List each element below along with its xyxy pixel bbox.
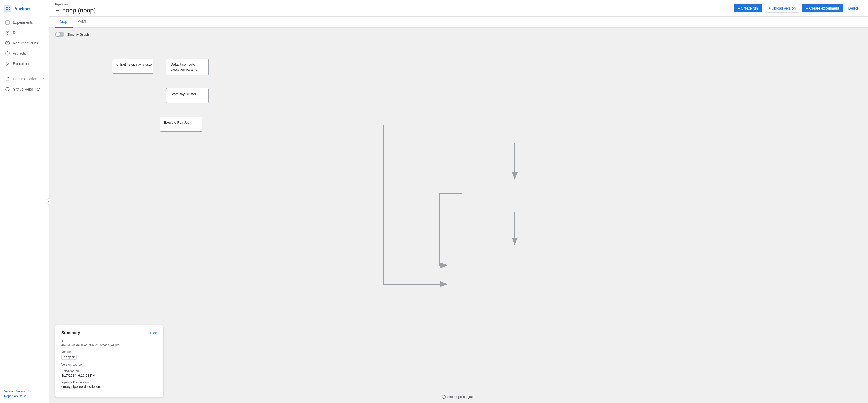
experiments-icon <box>5 20 10 25</box>
sidebar-item-documentation[interactable]: Documentation <box>1 74 48 84</box>
topbar-left: Pipelines ← noop (noop) <box>55 3 96 14</box>
sidebar-item-executions-label: Executions <box>13 62 30 66</box>
static-pipeline-text: Static pipeline graph <box>447 395 475 399</box>
summary-title: Summary <box>61 330 80 335</box>
summary-version-source-label: Version source <box>61 363 157 366</box>
tabs-bar: Graph YAML <box>49 17 868 28</box>
svg-point-1 <box>7 32 8 33</box>
sidebar-logo[interactable]: Pipelines <box>0 3 49 18</box>
create-experiment-button[interactable]: + Create experiment <box>802 4 843 12</box>
summary-header: Summary Hide <box>61 330 157 335</box>
summary-field-id: ID 4622a17b-d45b-4a69-b9e1-6fe4ad5441cd <box>61 339 157 347</box>
recurring-runs-icon <box>5 41 10 46</box>
svg-marker-2 <box>6 62 9 65</box>
pipelines-logo-icon <box>4 5 11 12</box>
summary-id-label: ID <box>61 339 157 343</box>
runs-icon <box>5 30 10 35</box>
tab-yaml[interactable]: YAML <box>73 17 91 28</box>
sidebar-item-executions[interactable]: Executions <box>1 59 48 69</box>
static-pipeline-label: Static pipeline graph <box>442 395 475 399</box>
sidebar: Pipelines Experiments Runs Recurring Run… <box>0 0 49 403</box>
version-label-prefix: Version: <box>4 390 16 393</box>
create-run-button[interactable]: + Create run <box>734 4 762 12</box>
summary-id-value: 4622a17b-d45b-4a69-b9e1-6fe4ad5441cd <box>61 343 157 347</box>
sidebar-nav: Experiments Runs Recurring Runs Artifact… <box>0 18 49 387</box>
summary-field-version-source: Version source <box>61 363 157 366</box>
sidebar-item-recurring-runs-label: Recurring Runs <box>13 41 38 45</box>
sidebar-item-github-label: Github Repo <box>13 87 33 91</box>
upload-version-button[interactable]: + Upload version <box>764 4 800 12</box>
summary-field-description: Pipeline Description empty pipeline desc… <box>61 380 157 388</box>
page-title-row: ← noop (noop) <box>55 7 96 14</box>
sidebar-collapse-button[interactable]: ‹ <box>45 198 52 205</box>
simplify-graph-row: Simplify Graph <box>55 32 89 37</box>
summary-uploaded-value: 3/17/2024, 6:13:23 PM <box>61 374 157 377</box>
summary-field-version: Version noop <box>61 350 157 359</box>
version-link[interactable]: Version: 1.8.5 <box>16 390 35 393</box>
pipeline-graph-area: Simplify Graph onExit - stop-ray- cluste… <box>49 28 868 403</box>
graph-node-default-compute[interactable]: Default computeexecution params <box>166 59 209 75</box>
artifacts-icon <box>5 51 10 56</box>
version-select-row: noop <box>61 354 157 359</box>
page-title: noop (noop) <box>62 7 96 14</box>
sidebar-item-runs-label: Runs <box>13 31 21 35</box>
sidebar-version: Version: Version: 1.8.5 <box>4 390 44 393</box>
graph-arrows-svg <box>49 28 868 403</box>
back-button[interactable]: ← <box>55 7 60 13</box>
sidebar-bottom: Version: Version: 1.8.5 Report an Issue <box>0 387 49 400</box>
github-icon <box>5 87 10 92</box>
summary-field-uploaded: Uploaded on 3/17/2024, 6:13:23 PM <box>61 370 157 377</box>
summary-panel: Summary Hide ID 4622a17b-d45b-4a69-b9e1-… <box>55 325 163 397</box>
graph-node-onexit[interactable]: onExit - stop-ray- cluster <box>112 59 153 74</box>
summary-hide-button[interactable]: Hide <box>150 331 157 335</box>
toggle-knob <box>56 32 60 36</box>
sidebar-item-experiments[interactable]: Experiments <box>1 18 48 27</box>
version-select[interactable]: noop <box>61 354 76 359</box>
svg-rect-0 <box>4 5 11 12</box>
topbar-actions: + Create run + Upload version + Create e… <box>734 4 862 12</box>
simplify-graph-label: Simplify Graph <box>67 32 89 36</box>
sidebar-item-experiments-label: Experiments <box>13 20 33 25</box>
report-issue-link[interactable]: Report an Issue <box>4 394 26 398</box>
summary-uploaded-label: Uploaded on <box>61 370 157 373</box>
sidebar-item-artifacts[interactable]: Artifacts <box>1 49 48 58</box>
graph-node-start-ray[interactable]: Start Ray Cluster <box>166 88 209 103</box>
external-link-icon-2 <box>37 88 40 91</box>
doc-icon <box>5 77 10 81</box>
sidebar-divider-1 <box>4 71 44 71</box>
summary-description-label: Pipeline Description <box>61 380 157 384</box>
sidebar-item-artifacts-label: Artifacts <box>13 51 26 55</box>
simplify-graph-toggle[interactable] <box>55 32 64 37</box>
sidebar-item-github[interactable]: Github Repo <box>1 84 48 94</box>
summary-description-value: empty pipeline description <box>61 385 157 388</box>
delete-button[interactable]: Delete <box>845 4 862 12</box>
graph-node-execute-ray[interactable]: Execute Ray Job <box>160 117 202 132</box>
topbar: Pipelines ← noop (noop) + Create run + U… <box>49 0 868 17</box>
external-link-icon <box>41 78 44 81</box>
sidebar-logo-text: Pipelines <box>13 6 31 11</box>
main-content: Pipelines ← noop (noop) + Create run + U… <box>49 0 868 403</box>
tab-graph[interactable]: Graph <box>55 17 73 28</box>
summary-version-label: Version <box>61 350 157 354</box>
info-icon <box>442 395 446 399</box>
sidebar-item-recurring-runs[interactable]: Recurring Runs <box>1 38 48 48</box>
sidebar-item-documentation-label: Documentation <box>13 77 37 81</box>
sidebar-item-runs[interactable]: Runs <box>1 28 48 38</box>
sidebar-divider-2 <box>4 97 44 97</box>
executions-icon <box>5 61 10 66</box>
breadcrumb: Pipelines <box>55 3 96 6</box>
